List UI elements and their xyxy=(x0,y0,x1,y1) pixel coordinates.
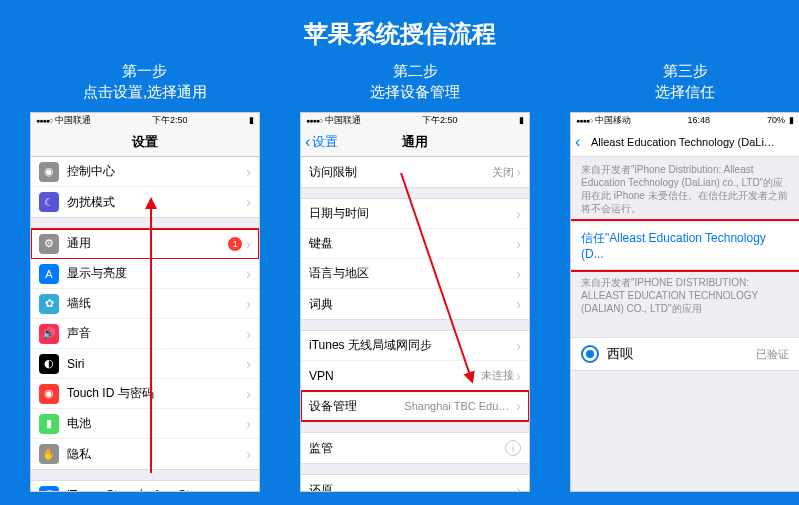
row-label: 墙纸 xyxy=(67,295,246,312)
row-label: 设备管理 xyxy=(309,398,404,415)
nav-title: Alleast Education Technology (DaLia... xyxy=(571,136,799,148)
chevron-right-icon: › xyxy=(246,416,251,432)
row-value: 未连接 xyxy=(481,368,514,383)
chevron-right-icon: › xyxy=(246,164,251,180)
row-label: Siri xyxy=(67,357,246,371)
row-itunes[interactable]: Ⓐ iTunes Store 与 App Store › xyxy=(31,481,259,492)
phone-1: 中国联通 下午2:50 ▮ 设置 ◉ 控制中心 › ☾ 勿扰模式 › xyxy=(30,112,260,492)
status-time: 16:48 xyxy=(688,115,711,125)
row-wallpaper[interactable]: ✿ 墙纸 › xyxy=(31,289,259,319)
chevron-right-icon: › xyxy=(246,296,251,312)
row-label: 通用 xyxy=(67,235,228,252)
step-2: 第二步 选择设备管理 中国联通 下午2:50 ▮ ‹设置 通用 访问限制 关闭 … xyxy=(300,60,530,492)
chevron-right-icon: › xyxy=(516,164,521,180)
phone-2: 中国联通 下午2:50 ▮ ‹设置 通用 访问限制 关闭 › 日 xyxy=(300,112,530,492)
row-control-center[interactable]: ◉ 控制中心 › xyxy=(31,157,259,187)
navbar: ‹ Alleast Education Technology (DaLia... xyxy=(571,127,799,157)
appstore-icon: Ⓐ xyxy=(39,486,59,493)
status-bar: 中国联通 下午2:50 ▮ xyxy=(301,113,529,127)
step-2-head: 第二步 选择设备管理 xyxy=(370,60,460,104)
display-icon: A xyxy=(39,264,59,284)
row-vpn[interactable]: VPN 未连接 › xyxy=(301,361,529,391)
app-row[interactable]: 西呗 已验证 xyxy=(571,337,799,371)
carrier: 中国联通 xyxy=(325,115,361,125)
row-dnd[interactable]: ☾ 勿扰模式 › xyxy=(31,187,259,217)
battery-icon: ▮ xyxy=(519,115,524,125)
chevron-right-icon: › xyxy=(246,326,251,342)
step-3: 第三步 选择信任 中国移动 16:48 70% ▮ ‹ Alleast Educ… xyxy=(570,60,799,492)
row-keyboard[interactable]: 键盘 › xyxy=(301,229,529,259)
carrier: 中国移动 xyxy=(595,115,631,125)
chevron-right-icon: › xyxy=(516,236,521,252)
step-1: 第一步 点击设置,选择通用 中国联通 下午2:50 ▮ 设置 ◉ 控制中心 › xyxy=(30,60,260,492)
general-list: 访问限制 关闭 › 日期与时间 › 键盘 › 语言与地区 xyxy=(301,157,529,492)
row-restrictions[interactable]: 访问限制 关闭 › xyxy=(301,157,529,187)
row-sound[interactable]: 🔊 声音 › xyxy=(31,319,259,349)
row-siri[interactable]: ◐ Siri › xyxy=(31,349,259,379)
step-2-sub: 选择设备管理 xyxy=(370,81,460,102)
carrier: 中国联通 xyxy=(55,115,91,125)
page-title: 苹果系统授信流程 xyxy=(0,0,799,50)
row-itunes-wifi[interactable]: iTunes 无线局域网同步 › xyxy=(301,331,529,361)
row-label: 声音 xyxy=(67,325,246,342)
row-datetime[interactable]: 日期与时间 › xyxy=(301,199,529,229)
row-label: 访问限制 xyxy=(309,164,492,181)
step-1-head: 第一步 点击设置,选择通用 xyxy=(83,60,207,104)
chevron-right-icon: › xyxy=(246,488,251,493)
chevron-right-icon: › xyxy=(516,266,521,282)
status-bar: 中国移动 16:48 70% ▮ xyxy=(571,113,799,127)
row-label: 勿扰模式 xyxy=(67,194,246,211)
chevron-right-icon: › xyxy=(246,446,251,462)
info-icon: i xyxy=(505,440,521,456)
row-label: 监管 xyxy=(309,440,501,457)
status-time: 下午2:50 xyxy=(422,114,458,127)
step-3-num: 第三步 xyxy=(655,60,715,81)
chevron-right-icon: › xyxy=(516,398,521,414)
row-regulatory[interactable]: 监管 i xyxy=(301,433,529,463)
signal-icon xyxy=(306,115,322,125)
chevron-right-icon: › xyxy=(516,482,521,492)
row-touchid[interactable]: ◉ Touch ID 与密码 › xyxy=(31,379,259,409)
row-label: 电池 xyxy=(67,415,246,432)
row-label: 语言与地区 xyxy=(309,265,516,282)
chevron-right-icon: › xyxy=(516,206,521,222)
gear-icon: ⚙ xyxy=(39,234,59,254)
control-icon: ◉ xyxy=(39,162,59,182)
signal-icon xyxy=(576,115,592,125)
row-battery[interactable]: ▮ 电池 › xyxy=(31,409,259,439)
step-3-sub: 选择信任 xyxy=(655,81,715,102)
row-general[interactable]: ⚙ 通用 1 › xyxy=(31,229,259,259)
moon-icon: ☾ xyxy=(39,192,59,212)
trust-developer-button[interactable]: 信任"Alleast Education Technology (D... xyxy=(571,221,799,270)
chevron-right-icon: › xyxy=(516,296,521,312)
step-3-head: 第三步 选择信任 xyxy=(655,60,715,104)
developer-description: 来自开发者"iPhone Distribution: Alleast Educa… xyxy=(571,157,799,221)
chevron-right-icon: › xyxy=(516,368,521,384)
row-label: iTunes 无线局域网同步 xyxy=(309,337,516,354)
chevron-right-icon: › xyxy=(246,236,251,252)
privacy-icon: ✋ xyxy=(39,444,59,464)
row-label: 隐私 xyxy=(67,446,246,463)
app-name: 西呗 xyxy=(607,345,756,363)
row-device-management[interactable]: 设备管理 Shanghai TBC Education Dev... › xyxy=(301,391,529,421)
chevron-right-icon: › xyxy=(246,266,251,282)
phone-3: 中国移动 16:48 70% ▮ ‹ Alleast Education Tec… xyxy=(570,112,799,492)
apps-section-label: 来自开发者"IPHONE DISTRIBUTION: ALLEAST EDUCA… xyxy=(571,270,799,321)
chevron-right-icon: › xyxy=(246,194,251,210)
step-2-num: 第二步 xyxy=(370,60,460,81)
row-label: 键盘 xyxy=(309,235,516,252)
row-label: 还原 xyxy=(309,482,516,493)
row-dict[interactable]: 词典 › xyxy=(301,289,529,319)
row-privacy[interactable]: ✋ 隐私 › xyxy=(31,439,259,469)
row-display[interactable]: A 显示与亮度 › xyxy=(31,259,259,289)
app-icon xyxy=(581,345,599,363)
row-lang[interactable]: 语言与地区 › xyxy=(301,259,529,289)
sound-icon: 🔊 xyxy=(39,324,59,344)
row-value: 关闭 xyxy=(492,165,514,180)
row-label: 词典 xyxy=(309,296,516,313)
row-value: Shanghai TBC Education Dev... xyxy=(404,400,514,412)
battery-icon: ▮ xyxy=(249,115,254,125)
row-label: VPN xyxy=(309,369,481,383)
row-reset[interactable]: 还原 › xyxy=(301,475,529,492)
row-label: 日期与时间 xyxy=(309,205,516,222)
